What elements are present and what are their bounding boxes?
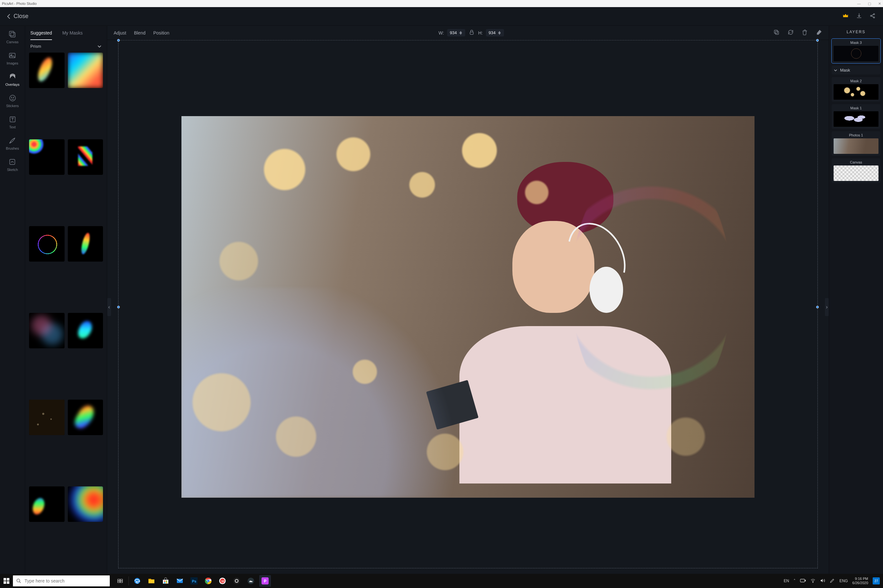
stickers-icon: [9, 94, 17, 102]
overlay-thumb[interactable]: [29, 52, 65, 88]
taskbar-app-edge[interactable]: [131, 575, 143, 587]
tool-sketch-label: Sketch: [7, 168, 18, 172]
canvas-zone: Adjust Blend Position W: 934 H: 934: [107, 26, 829, 574]
refresh-icon[interactable]: [787, 29, 794, 36]
tab-suggested[interactable]: Suggested: [30, 30, 52, 40]
overlay-thumb[interactable]: [29, 226, 65, 262]
canvas-image[interactable]: [182, 116, 755, 498]
overlay-thumb[interactable]: [68, 486, 103, 522]
tray-time: 9:16 PM: [855, 577, 868, 581]
taskbar-app-generic2[interactable]: [231, 575, 242, 587]
width-stepper[interactable]: [459, 31, 462, 35]
overlay-thumb[interactable]: [68, 400, 103, 435]
height-stepper[interactable]: [498, 31, 501, 35]
tool-overlays[interactable]: Overlays: [6, 73, 20, 87]
collapse-right-panel-button[interactable]: ›: [825, 298, 829, 316]
taskbar-app-picsart[interactable]: P: [259, 575, 271, 587]
tray-chevron-up-icon[interactable]: ˄: [794, 579, 796, 583]
tool-sketch[interactable]: Sketch: [7, 158, 18, 172]
svg-rect-29: [166, 580, 167, 582]
tab-blend[interactable]: Blend: [134, 30, 146, 36]
selection-handle[interactable]: [117, 39, 120, 42]
crown-icon[interactable]: [842, 13, 849, 20]
tray-battery-icon[interactable]: [800, 579, 806, 584]
delete-icon[interactable]: [802, 29, 808, 36]
taskbar-search[interactable]: [13, 575, 110, 586]
svg-rect-21: [120, 579, 123, 581]
svg-point-9: [13, 97, 14, 98]
layer-item[interactable]: Canvas: [832, 158, 880, 183]
close-button[interactable]: Close: [7, 13, 29, 20]
collapse-left-panel-button[interactable]: ‹: [107, 298, 111, 316]
overlay-thumb[interactable]: [68, 313, 103, 348]
layer-name: Canvas: [833, 160, 878, 164]
tool-images[interactable]: Images: [6, 52, 18, 65]
task-view-icon[interactable]: [114, 575, 126, 587]
overlay-thumb[interactable]: [29, 486, 65, 522]
taskbar-app-generic3[interactable]: [245, 575, 257, 587]
taskbar-app-chrome[interactable]: [202, 575, 214, 587]
duplicate-icon[interactable]: [773, 29, 780, 36]
lock-aspect-icon[interactable]: [468, 29, 475, 36]
taskbar-search-input[interactable]: [24, 578, 107, 584]
sketch-icon: [8, 158, 16, 166]
category-dropdown[interactable]: Prism: [25, 40, 107, 52]
svg-rect-12: [470, 32, 473, 34]
start-button[interactable]: [0, 574, 13, 588]
tray-pen-icon[interactable]: [830, 578, 835, 584]
svg-point-19: [17, 579, 20, 582]
svg-rect-11: [10, 159, 15, 165]
canvas-holder[interactable]: ‹ ›: [107, 40, 829, 574]
layer-item[interactable]: Mask 3: [832, 39, 880, 63]
overlay-thumb[interactable]: [68, 140, 103, 175]
tab-mymasks[interactable]: My Masks: [62, 30, 83, 40]
text-icon: [9, 116, 17, 123]
tray-lang1[interactable]: EN: [784, 579, 789, 583]
taskbar-app-store[interactable]: [160, 575, 171, 587]
eraser-icon[interactable]: [816, 29, 822, 36]
tray-volume-icon[interactable]: [820, 578, 825, 584]
taskbar-app-generic1[interactable]: 10: [217, 575, 228, 587]
selection-handle[interactable]: [117, 306, 120, 308]
layer-item[interactable]: Photos 1: [832, 131, 880, 156]
svg-rect-13: [774, 30, 778, 33]
layer-thumb: [833, 165, 878, 181]
tab-position[interactable]: Position: [153, 30, 170, 36]
tool-text[interactable]: Text: [9, 116, 17, 129]
tray-clock[interactable]: 9:16 PM 6/26/2020: [852, 577, 868, 585]
width-input[interactable]: 934: [447, 29, 465, 36]
photo-overlay-bokeh: [182, 116, 755, 498]
download-icon[interactable]: [856, 13, 862, 20]
tool-stickers[interactable]: Stickers: [6, 94, 19, 108]
overlay-thumb[interactable]: [29, 140, 65, 175]
overlay-thumb[interactable]: [68, 52, 103, 88]
mask-section-toggle[interactable]: Mask: [832, 66, 880, 75]
window-maximize-icon[interactable]: ▢: [868, 2, 871, 6]
layer-item[interactable]: Mask 1: [832, 104, 880, 129]
tool-brushes[interactable]: Brushes: [6, 137, 19, 150]
window-minimize-icon[interactable]: —: [857, 2, 861, 6]
taskbar-app-photoshop[interactable]: Ps: [188, 575, 200, 587]
selection-handle[interactable]: [816, 306, 819, 308]
share-icon[interactable]: [869, 13, 876, 20]
svg-point-8: [11, 97, 12, 98]
tray-notifications[interactable]: 27: [872, 578, 880, 585]
category-label: Prism: [30, 44, 41, 49]
overlay-thumb[interactable]: [68, 226, 103, 262]
overlay-thumb[interactable]: [29, 313, 65, 348]
tray-lang2[interactable]: ENG: [839, 579, 848, 583]
window-close-icon[interactable]: ✕: [878, 2, 881, 6]
svg-point-7: [10, 95, 15, 101]
layer-item[interactable]: Mask 2: [832, 77, 880, 102]
selection-handle[interactable]: [816, 39, 819, 42]
svg-point-0: [870, 15, 872, 16]
tool-brushes-label: Brushes: [6, 146, 19, 150]
tool-canvas[interactable]: Canvas: [6, 30, 18, 44]
svg-rect-3: [9, 31, 14, 36]
taskbar-app-mail[interactable]: [174, 575, 186, 587]
taskbar-app-explorer[interactable]: [146, 575, 157, 587]
tray-wifi-icon[interactable]: [810, 578, 815, 584]
overlay-thumb[interactable]: [29, 400, 65, 435]
tab-adjust[interactable]: Adjust: [114, 30, 126, 36]
height-input[interactable]: 934: [486, 29, 504, 36]
